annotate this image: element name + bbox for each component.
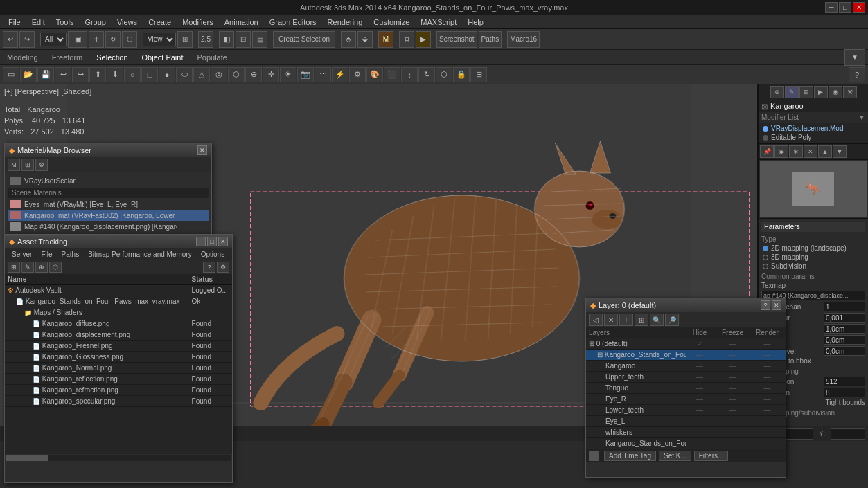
rp-create-icon[interactable]: ⊕ xyxy=(770,86,784,98)
at-btn4[interactable]: ⬡ xyxy=(49,262,62,273)
at-restore-button[interactable]: □ xyxy=(207,237,217,246)
lp-find2-button[interactable]: 🔎 xyxy=(665,314,679,326)
amount-input[interactable] xyxy=(824,324,865,334)
torus-button[interactable]: ◎ xyxy=(211,67,227,82)
import-button[interactable]: ⬆ xyxy=(89,67,106,82)
mb-map-btn[interactable]: ⊞ xyxy=(21,159,34,171)
mat-browser-close[interactable]: ✕ xyxy=(197,145,207,155)
lp-close-button[interactable]: ✕ xyxy=(772,300,781,310)
mod-freeze-icon[interactable]: ❄ xyxy=(789,145,803,158)
lp-row[interactable]: ⊞ 0 (default)✓—— xyxy=(586,338,786,350)
systems-button[interactable]: ⚙ xyxy=(349,67,366,82)
mb-item-map[interactable]: Map #140 (Kangaroo_displacement.png) [Ka… xyxy=(8,221,209,232)
mb-material-btn[interactable]: M xyxy=(8,159,20,171)
mod-pin-icon[interactable]: 📌 xyxy=(760,145,774,158)
at-scrollbar[interactable] xyxy=(6,455,231,461)
lp-select-button[interactable]: ⊞ xyxy=(635,314,648,326)
mirror-button[interactable]: ◧ xyxy=(219,31,234,48)
mod-show-icon[interactable]: ◉ xyxy=(774,145,788,158)
snap-button[interactable]: ⊞ xyxy=(177,31,193,48)
curve-editor-button[interactable]: ⬘ xyxy=(341,31,356,48)
at-btn5[interactable]: ? xyxy=(203,262,215,273)
save-button[interactable]: 💾 xyxy=(37,67,54,82)
menu-edit[interactable]: Edit xyxy=(26,17,51,27)
scale-button[interactable]: ⬡ xyxy=(122,31,137,48)
mod-down-icon[interactable]: ▼ xyxy=(833,145,847,158)
rotate-button[interactable]: ↻ xyxy=(105,31,121,48)
at-table-row[interactable]: 📄 Kangaroo_displacement.pngFound xyxy=(5,329,232,341)
at-table-row[interactable]: ⚙ Autodesk VaultLogged O... xyxy=(5,285,232,296)
render-button[interactable]: ▶ xyxy=(416,31,431,48)
mod-delete-icon[interactable]: ✕ xyxy=(804,145,817,158)
particle-button[interactable]: ⋯ xyxy=(315,67,331,82)
undo-ico[interactable]: ↩ xyxy=(55,67,71,82)
lp-row[interactable]: Eye_R——— xyxy=(586,394,786,405)
layer-button[interactable]: ▤ xyxy=(252,31,267,48)
redo-ico[interactable]: ↪ xyxy=(72,67,89,82)
at-table-row[interactable]: 📄 Kangaroo_refraction.pngFound xyxy=(5,385,232,396)
rp-utility-icon[interactable]: ⚒ xyxy=(843,86,857,98)
box-button[interactable]: □ xyxy=(141,67,158,82)
menu-maxscript[interactable]: MAXScript xyxy=(415,17,462,27)
cylinder-button[interactable]: ⬭ xyxy=(176,67,193,82)
at-minimize-button[interactable]: ─ xyxy=(196,237,206,246)
schematic-button[interactable]: ⬙ xyxy=(357,31,373,48)
mode-select[interactable]: All xyxy=(40,33,67,46)
ribbon-populate[interactable]: Populate xyxy=(193,52,231,63)
lp-row[interactable]: Lower_teeth——— xyxy=(586,405,786,416)
resolution-input[interactable] xyxy=(824,377,865,386)
at-btn1[interactable]: ⊞ xyxy=(8,262,20,273)
align-ico[interactable]: ⊞ xyxy=(470,67,487,82)
mb-scene-btn[interactable]: ⚙ xyxy=(35,159,48,171)
shift-input[interactable] xyxy=(824,335,865,345)
ribbon-freeform[interactable]: Freeform xyxy=(48,52,87,63)
at-close-button[interactable]: ✕ xyxy=(218,237,228,246)
open-button[interactable]: 📂 xyxy=(20,67,37,82)
rp-modify-icon[interactable]: ✎ xyxy=(785,86,799,98)
at-table-row[interactable]: 📄 Kangaroo_Glossiness.pngFound xyxy=(5,352,232,363)
ribbon-object-paint[interactable]: Object Paint xyxy=(138,52,188,63)
lp-help-button[interactable]: ? xyxy=(761,300,770,310)
paint-button[interactable]: 🎨 xyxy=(366,67,383,82)
select-region-button[interactable]: ⬛ xyxy=(384,67,400,82)
sphere-button[interactable]: ● xyxy=(159,67,175,82)
maximize-button[interactable]: □ xyxy=(839,2,851,13)
tex-chan-input[interactable] xyxy=(824,302,865,311)
at-btn3[interactable]: ⊕ xyxy=(35,262,48,273)
new-button[interactable]: ▭ xyxy=(3,67,19,82)
filters-button[interactable]: Filters... xyxy=(694,451,729,461)
lp-row[interactable]: Kangaroo——— xyxy=(586,361,786,372)
lp-delete-button[interactable]: ✕ xyxy=(604,314,618,326)
lock-ico[interactable]: 🔒 xyxy=(453,67,470,82)
camera-button[interactable]: 📷 xyxy=(297,67,314,82)
at-btn6[interactable]: ⚙ xyxy=(217,262,229,273)
minimize-button[interactable]: ─ xyxy=(825,2,838,13)
at-table-row[interactable]: 📄 Kangaroo_Stands_on_Four_Paws_max_vray.… xyxy=(5,296,232,307)
close-button[interactable]: ✕ xyxy=(853,2,865,13)
populate-icon[interactable]: ▼ xyxy=(844,49,865,66)
compound-button[interactable]: ⊕ xyxy=(245,67,262,82)
menu-create[interactable]: Create xyxy=(143,17,177,27)
lp-body[interactable]: ⊞ 0 (default)✓——⊟ Kangaroo_Stands_on_Fou… xyxy=(586,338,786,449)
mb-vray-scalar[interactable]: VRayUserScalar xyxy=(8,175,209,186)
shapes-button[interactable]: ○ xyxy=(124,67,141,82)
move-ico[interactable]: ↕ xyxy=(401,67,418,82)
lp-row[interactable]: whiskers——— xyxy=(586,427,786,438)
select-button[interactable]: ▣ xyxy=(68,31,87,48)
at-menu-server[interactable]: Server xyxy=(8,250,36,259)
menu-customize[interactable]: Customize xyxy=(368,17,415,27)
filter-blur-input[interactable] xyxy=(824,313,865,323)
space-warps-button[interactable]: ⚡ xyxy=(332,67,348,82)
light-button[interactable]: ☀ xyxy=(280,67,296,82)
modifier-editable-poly[interactable]: Editable Poly xyxy=(761,133,865,142)
mod-up-icon[interactable]: ▲ xyxy=(818,145,832,158)
menu-animation[interactable]: Animation xyxy=(219,17,264,27)
nurbs-button[interactable]: ⬡ xyxy=(228,67,245,82)
at-menu-file[interactable]: File xyxy=(37,250,56,259)
cone-button[interactable]: △ xyxy=(193,67,210,82)
rp-hierarchy-icon[interactable]: ⊞ xyxy=(799,86,813,98)
menu-rendering[interactable]: Rendering xyxy=(322,17,369,27)
lp-add-button[interactable]: + xyxy=(619,314,633,326)
menu-group[interactable]: Group xyxy=(79,17,112,27)
macro16-button[interactable]: Macro16 xyxy=(507,31,540,48)
